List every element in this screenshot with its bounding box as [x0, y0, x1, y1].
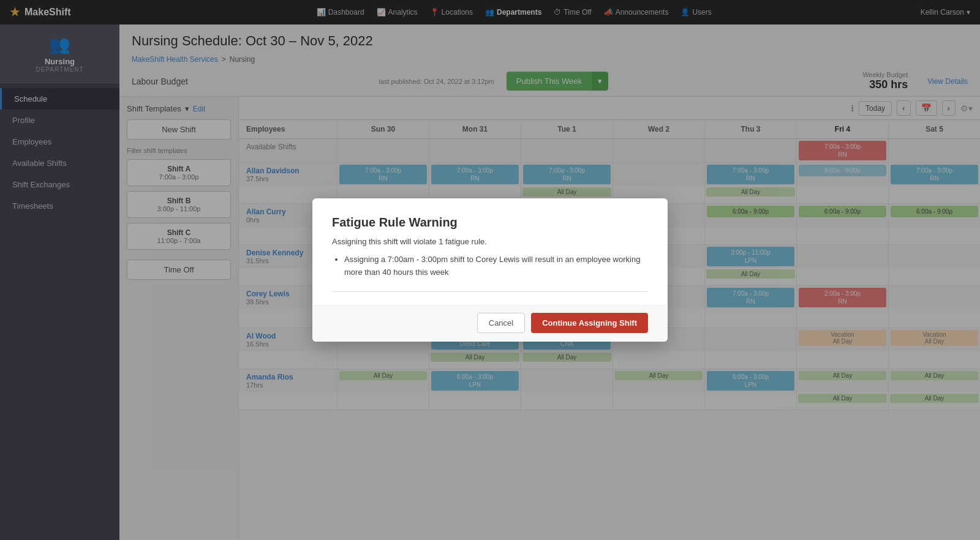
modal-body: Fatigue Rule Warning Assigning this shif…	[312, 198, 668, 304]
modal-subtitle: Assigning this shift will violate 1 fati…	[332, 237, 648, 246]
modal-divider	[332, 291, 648, 292]
modal-warning-list: Assigning a 7:00am - 3:00pm shift to Cor…	[344, 253, 648, 279]
cancel-button[interactable]: Cancel	[477, 313, 525, 333]
modal-title: Fatigue Rule Warning	[332, 216, 648, 230]
continue-assigning-button[interactable]: Continue Assigning Shift	[531, 313, 648, 333]
modal-warning-item: Assigning a 7:00am - 3:00pm shift to Cor…	[344, 253, 648, 279]
fatigue-warning-modal: Fatigue Rule Warning Assigning this shif…	[312, 198, 668, 342]
modal-overlay: Fatigue Rule Warning Assigning this shif…	[0, 0, 980, 540]
modal-footer: Cancel Continue Assigning Shift	[312, 304, 668, 342]
